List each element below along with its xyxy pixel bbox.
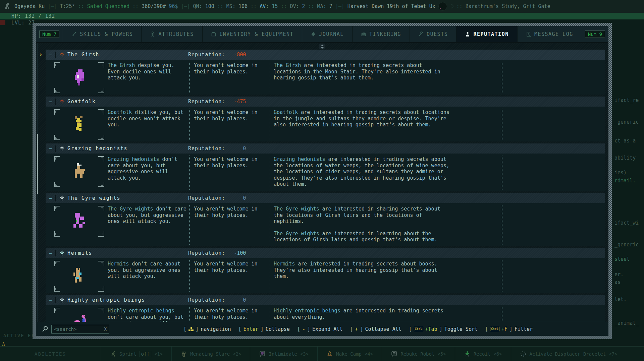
faction-row-hermits: − Hermits Reputation:-100	[46, 248, 605, 293]
faction-detail: The Gyre wights don't care about you, bu…	[46, 203, 605, 246]
game-date: Harvest Dawn 19th of Tebet Ux	[347, 3, 435, 9]
gyre-wight-creature-sprite	[70, 211, 88, 231]
faction-header[interactable]: › − The Girsh Reputation:-800	[46, 50, 605, 60]
reputation-value: Reputation:0	[188, 143, 246, 154]
faction-portrait-cell	[46, 205, 107, 245]
hint-expand-all: [-] Expand All	[297, 326, 342, 332]
tab-quests[interactable]: QUESTS	[410, 26, 456, 42]
faction-row-the-girsh: › − The Girsh Reputation:-800	[46, 50, 605, 95]
search-icon	[41, 325, 49, 333]
hp-bar: HP: 132 / 132	[0, 13, 644, 19]
hint-collapse: [Enter] Collapse	[238, 326, 289, 332]
moon-crescent-icon	[450, 4, 453, 8]
hud-topbar: Ogeyeda Ku |—| T:25° :: Sated Quenched :…	[0, 0, 644, 13]
tab-message-log[interactable]: MESSAGE LOG	[517, 26, 582, 42]
tab-attributes[interactable]: ATTRIBUTES	[141, 26, 202, 42]
faction-tree-icon	[59, 250, 65, 256]
book-icon	[311, 32, 316, 37]
reputation-value: Reputation:0	[188, 193, 246, 203]
faction-portrait-cell	[46, 62, 107, 93]
reputation-window: Num 7 SKILLS & POWERS ATTRIBUTES INVENTO…	[33, 23, 612, 339]
abilities-panel-label: ABILITIES	[0, 351, 101, 357]
faction-detail: Hermits don't care about you, but aggres…	[46, 258, 605, 293]
background-log-fragment: ifact_wi	[614, 220, 639, 226]
faction-row-highly-entropic-beings: − Highly entropic beings Reputation:0	[46, 295, 605, 322]
faction-header[interactable]: − Highly entropic beings Reputation:0	[46, 295, 605, 305]
game-screen: Ogeyeda Ku |—| T:25° :: Sated Quenched :…	[0, 0, 644, 361]
faction-row-grazing-hedonists: − Grazing hedonists Reputation:0	[46, 143, 605, 191]
toolbox-icon	[361, 32, 366, 37]
hint-navigation: [ ] navigation	[183, 326, 231, 332]
collapse-toggle[interactable]: −	[46, 99, 56, 105]
background-log-fragment: er.	[614, 272, 624, 278]
tab-skills-powers[interactable]: SKILLS & POWERS	[63, 26, 141, 42]
background-log-fragment: ct as a	[614, 138, 636, 144]
tab-key-hint-left: Num 7	[39, 31, 59, 38]
collapse-toggle[interactable]: −	[46, 145, 56, 152]
recoil-arrow-icon	[464, 351, 471, 357]
ctrl-key-icon: Ctrl	[414, 327, 423, 331]
selection-arrow: ›	[39, 50, 43, 59]
collapse-toggle[interactable]: −	[46, 250, 56, 256]
tab-journal[interactable]: JOURNAL	[302, 26, 352, 42]
stat-ma: MA: 7	[317, 3, 332, 9]
scrollbar-thumb[interactable]	[37, 134, 38, 194]
wrench-icon	[418, 32, 424, 37]
collapse-toggle[interactable]: −	[46, 52, 56, 58]
faction-holy-status: You aren't welcome in their holy places.	[189, 109, 269, 140]
collapse-toggle[interactable]: −	[46, 297, 56, 303]
reputation-person-icon	[465, 32, 470, 37]
scroll-indicator[interactable]	[319, 44, 325, 49]
faction-holy-status: You aren't welcome in their holy places.	[189, 260, 269, 292]
girsh-creature-sprite	[70, 68, 88, 87]
faction-interests: Goatfolk are interested in trading secre…	[269, 109, 502, 140]
tab-inventory-equipment[interactable]: INVENTORY & EQUIPMENT	[202, 26, 302, 42]
stat-ms: MS: 106	[226, 3, 248, 9]
ability-activate-displacer-bracelet: Activate Displacer Bracelet <7>	[511, 347, 626, 361]
background-log-fragment: as	[614, 279, 621, 285]
search-input[interactable]	[52, 325, 109, 333]
faction-header[interactable]: − Grazing hedonists Reputation:0	[46, 143, 605, 154]
money: 96$	[169, 3, 178, 9]
faction-name: Highly entropic beings	[67, 297, 145, 303]
sprint-state: off	[140, 351, 151, 357]
collapse-toggle[interactable]: −	[46, 195, 56, 201]
modal-footer: X [ ] navigation [Enter] Collapse [-]	[36, 322, 608, 336]
faction-row-goatfolk: − Goatfolk Reputation:-475	[46, 97, 605, 141]
faction-tree-icon	[59, 52, 65, 58]
faction-tree-icon	[59, 99, 65, 105]
faction-detail: Highly entropic beings don't care about …	[46, 305, 605, 322]
hud-separator: |—|	[48, 3, 57, 9]
temperature: T:25°	[60, 3, 75, 9]
faction-detail: Goatfolk dislike you, but docile ones wo…	[46, 107, 605, 141]
tab-reputation[interactable]: REPUTATION	[456, 26, 517, 42]
hint-filter: [Ctrl+F] Filter	[485, 326, 533, 332]
tab-key-hint-right: Num 9	[585, 31, 605, 38]
background-log-fragment: ifact_re	[614, 97, 639, 103]
background-log-fragment: _generic	[614, 242, 639, 248]
faction-portrait-cell	[46, 156, 107, 190]
creature-portrait	[54, 308, 104, 322]
faction-summary: Goatfolk dislike you, but docile ones wo…	[107, 109, 189, 140]
ability-recoil: Recoil <6>	[455, 347, 511, 361]
faction-tree-icon	[59, 145, 65, 152]
bracelet-icon	[520, 351, 527, 357]
carry-weight: 360/390#	[142, 3, 166, 9]
hermit-creature-sprite	[70, 266, 88, 286]
robot-bubble-icon	[391, 351, 397, 357]
faction-interests: The Girsh are interested in trading secr…	[269, 62, 502, 93]
faction-header[interactable]: − Hermits Reputation:-100	[46, 248, 605, 258]
faction-detail: The Girsh despise you. Even docile ones …	[46, 60, 605, 95]
moon-phase-icon	[438, 2, 447, 11]
clear-search-button[interactable]: X	[104, 326, 107, 332]
background-log-fragment: _generic	[614, 119, 639, 125]
tab-tinkering[interactable]: TINKERING	[352, 26, 410, 42]
background-log-fragment: let.	[614, 296, 627, 302]
background-log-fragment: ies)	[614, 170, 627, 176]
faction-holy-status: You aren't welcome in their holy places.	[189, 62, 269, 93]
faction-header[interactable]: − Goatfolk Reputation:-475	[46, 97, 605, 107]
faction-header[interactable]: − The Gyre wights Reputation:0	[46, 193, 605, 203]
player-name: Ogeyeda Ku	[14, 3, 45, 9]
faction-summary: Hermits don't care about you, but aggres…	[107, 260, 189, 292]
sprint-icon	[110, 351, 116, 357]
